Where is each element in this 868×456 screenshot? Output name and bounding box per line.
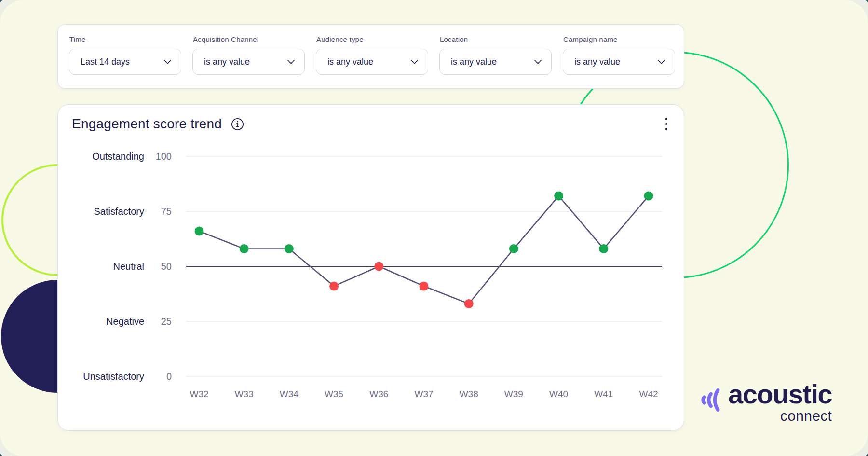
dropdown-value: Last 14 days [81, 57, 130, 67]
audience-type-dropdown[interactable]: is any value [316, 49, 428, 75]
filter-bar: TimeLast 14 daysAcquisition Channelis an… [69, 35, 684, 75]
data-point-w41[interactable] [599, 244, 608, 253]
data-point-w37[interactable] [420, 282, 429, 291]
chevron-down-icon [164, 60, 171, 64]
location-dropdown[interactable]: is any value [439, 49, 552, 75]
chevron-down-icon [287, 60, 295, 64]
filter-label: Campaign name [563, 35, 675, 43]
dropdown-value: is any value [451, 57, 497, 67]
kebab-menu-button[interactable] [662, 114, 671, 134]
data-point-w36[interactable] [374, 262, 383, 271]
chart-card: Engagement score trend Outstanding100Sat… [57, 104, 684, 431]
data-point-w32[interactable] [195, 227, 204, 236]
campaign-name-dropdown[interactable]: is any value [563, 49, 675, 75]
x-axis-label: W33 [235, 389, 254, 399]
x-axis-label: W35 [325, 389, 343, 399]
x-axis-label: W40 [549, 389, 568, 399]
chevron-down-icon [411, 60, 418, 64]
engagement-trend-chart: Outstanding100Satisfactory75Neutral50Neg… [63, 145, 676, 406]
filter-audience-type: Audience typeis any value [316, 35, 428, 75]
x-axis-label: W32 [190, 389, 208, 399]
x-axis-label: W37 [414, 389, 433, 399]
data-point-w34[interactable] [285, 244, 294, 253]
chart-title: Engagement score trend [72, 116, 222, 132]
y-axis-tick-value: 0 [166, 371, 172, 382]
page-background: { "background": { "page_color": "#30545c… [0, 0, 868, 456]
x-axis-label: W38 [460, 389, 478, 399]
y-axis-category-label: Negative [106, 316, 144, 327]
y-axis-category-label: Unsatisfactory [83, 371, 144, 382]
dropdown-value: is any value [574, 57, 620, 67]
data-point-w38[interactable] [464, 299, 474, 308]
dropdown-value: is any value [327, 57, 373, 67]
dropdown-value: is any value [204, 57, 250, 67]
x-axis-label: W39 [504, 389, 523, 399]
filter-campaign-name: Campaign nameis any value [563, 35, 675, 75]
x-axis-label: W41 [594, 389, 613, 399]
y-axis-tick-value: 50 [161, 261, 172, 272]
filter-acquisition-channel: Acquisition Channelis any value [192, 35, 305, 75]
y-axis-tick-value: 25 [161, 316, 172, 327]
logo-text: acoustic connect [728, 381, 832, 424]
logo-product: connect [780, 408, 832, 424]
filter-label: Time [69, 35, 181, 43]
soundwave-icon [698, 384, 728, 416]
chart-header: Engagement score trend [72, 116, 244, 132]
data-point-w33[interactable] [240, 244, 249, 253]
y-axis-tick-value: 75 [161, 206, 172, 217]
time-dropdown[interactable]: Last 14 days [69, 49, 181, 75]
y-axis-category-label: Satisfactory [94, 206, 144, 217]
x-axis-label: W42 [639, 389, 658, 399]
data-point-w40[interactable] [554, 192, 563, 201]
data-point-w39[interactable] [509, 244, 518, 253]
filter-label: Location [440, 35, 552, 43]
acoustic-logo: acoustic connect [698, 381, 832, 424]
x-axis-label: W36 [369, 389, 388, 399]
filter-card: TimeLast 14 daysAcquisition Channelis an… [57, 24, 684, 89]
filter-label: Audience type [316, 35, 428, 43]
data-point-w42[interactable] [644, 192, 653, 201]
y-axis-category-label: Outstanding [92, 151, 144, 162]
info-icon[interactable] [231, 118, 244, 131]
y-axis-tick-value: 100 [156, 151, 172, 162]
chevron-down-icon [534, 60, 542, 64]
filter-time: TimeLast 14 days [69, 35, 181, 75]
data-point-w35[interactable] [329, 282, 339, 291]
y-axis-category-label: Neutral [113, 261, 144, 272]
filter-label: Acquisition Channel [193, 35, 305, 43]
acquisition-channel-dropdown[interactable]: is any value [192, 49, 305, 75]
filter-location: Locationis any value [439, 35, 552, 75]
x-axis-label: W34 [280, 389, 299, 399]
logo-brand: acoustic [728, 381, 832, 407]
chevron-down-icon [658, 60, 665, 64]
